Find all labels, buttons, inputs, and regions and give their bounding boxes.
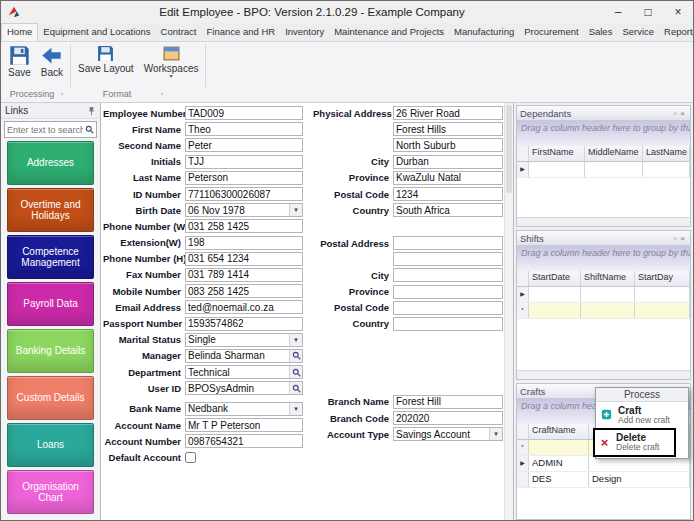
fax-number-input[interactable] <box>186 269 302 280</box>
chevron-down-icon[interactable]: ▾ <box>289 403 302 415</box>
save-button[interactable]: Save <box>3 43 36 80</box>
phone-number-h-input[interactable] <box>186 253 302 264</box>
menu-item-delete[interactable]: × Delete Delete craft <box>593 428 676 456</box>
panel-close-icon[interactable]: × <box>678 109 687 118</box>
account-type-input[interactable] <box>394 429 489 440</box>
grid-row[interactable]: DES Design <box>517 472 690 488</box>
lookup-search-icon[interactable] <box>289 382 302 394</box>
lookup-search-icon[interactable] <box>289 366 302 378</box>
link-addresses[interactable]: Addresses <box>7 141 94 185</box>
marital-status-input[interactable] <box>186 334 289 345</box>
second-name-field[interactable] <box>185 138 303 152</box>
new-item-row[interactable]: * <box>517 303 690 319</box>
physical-postal-code-field[interactable] <box>393 187 503 201</box>
branch-name-field[interactable] <box>393 395 503 409</box>
physical-city-input[interactable] <box>394 156 502 167</box>
chevron-down-icon[interactable]: ▾ <box>489 428 502 440</box>
employee-number-field[interactable] <box>185 106 303 120</box>
tab-finance-and-hr[interactable]: Finance and HR <box>201 24 280 41</box>
passport-number-input[interactable] <box>186 318 302 329</box>
shifts-grid-header[interactable]: StartDate ShiftName StartDay <box>517 271 690 287</box>
physical-country-input[interactable] <box>394 205 502 216</box>
id-number-field[interactable] <box>185 187 303 201</box>
passport-number-field[interactable] <box>185 317 303 331</box>
manager-field[interactable] <box>185 349 303 363</box>
fax-number-field[interactable] <box>185 268 303 282</box>
panel-options-icon[interactable]: ▫ <box>671 234 678 243</box>
pin-icon[interactable] <box>87 106 96 116</box>
email-address-input[interactable] <box>186 302 302 313</box>
links-search-input[interactable] <box>5 125 85 135</box>
close-button-icon[interactable]: × <box>663 1 693 23</box>
link-payroll-data[interactable]: Payroll Data <box>7 282 94 326</box>
user-id-input[interactable] <box>186 383 289 394</box>
account-number-field[interactable] <box>185 434 303 448</box>
postal-province-field[interactable] <box>393 285 503 299</box>
bank-name-input[interactable] <box>186 403 289 414</box>
initials-field[interactable] <box>185 155 303 169</box>
link-banking-details[interactable]: Banking Details <box>7 329 94 373</box>
minimize-button-icon[interactable]: – <box>603 1 633 23</box>
physical-address-line3-input[interactable] <box>394 140 502 151</box>
branch-name-input[interactable] <box>394 396 502 407</box>
link-overtime-and-holidays[interactable]: Overtime and Holidays <box>7 188 94 232</box>
column-header[interactable]: CraftName <box>529 424 589 439</box>
second-name-input[interactable] <box>186 140 302 151</box>
initials-input[interactable] <box>186 156 302 167</box>
tab-manufacturing[interactable]: Manufacturing <box>449 24 519 41</box>
tab-maintenance-and-projects[interactable]: Maintenance and Projects <box>329 24 449 41</box>
tab-procurement[interactable]: Procurement <box>519 24 583 41</box>
postal-country-field[interactable] <box>393 317 503 331</box>
column-header[interactable]: LastName <box>643 146 690 161</box>
postal-country-input[interactable] <box>394 318 502 329</box>
account-name-input[interactable] <box>186 420 302 431</box>
physical-address-line1-input[interactable] <box>394 108 502 119</box>
form-vertical-scrollbar[interactable] <box>504 103 513 521</box>
shifts-panel-header[interactable]: Shifts ▫ × <box>517 231 690 246</box>
last-name-field[interactable] <box>185 171 303 185</box>
id-number-input[interactable] <box>186 189 302 200</box>
extension-w-field[interactable] <box>185 236 303 250</box>
dependants-panel-header[interactable]: Dependants ▫ × <box>517 106 690 121</box>
postal-address-line2-input[interactable] <box>394 254 502 265</box>
links-search-box[interactable] <box>4 121 97 138</box>
branch-code-input[interactable] <box>394 413 502 424</box>
postal-address-line1-field[interactable] <box>393 236 503 250</box>
maximize-button-icon[interactable]: □ <box>633 1 663 23</box>
back-button[interactable]: Back <box>36 43 68 80</box>
department-input[interactable] <box>186 367 289 378</box>
tab-contract[interactable]: Contract <box>156 24 202 41</box>
grid-row[interactable]: ▶ <box>517 287 690 303</box>
link-custom-details[interactable]: Custom Details <box>7 376 94 420</box>
physical-city-field[interactable] <box>393 155 503 169</box>
postal-city-field[interactable] <box>393 268 503 282</box>
postal-address-line1-input[interactable] <box>394 238 502 249</box>
column-header[interactable]: StartDay <box>635 271 690 286</box>
tab-home[interactable]: Home <box>1 23 38 41</box>
physical-address-line1-field[interactable] <box>393 106 503 120</box>
horizontal-scrollbar[interactable] <box>517 370 690 379</box>
dependants-grid-header[interactable]: FirstName MiddleName LastName <box>517 146 690 162</box>
column-header[interactable]: MiddleName <box>585 146 643 161</box>
physical-country-field[interactable] <box>393 203 503 217</box>
column-header[interactable]: StartDate <box>529 271 581 286</box>
employee-number-input[interactable] <box>186 108 302 119</box>
physical-postal-code-input[interactable] <box>394 189 502 200</box>
horizontal-scrollbar[interactable] <box>517 217 690 226</box>
manager-input[interactable] <box>186 350 289 361</box>
postal-postal-code-input[interactable] <box>394 302 502 313</box>
email-address-field[interactable] <box>185 300 303 314</box>
tab-reporting[interactable]: Reporting <box>659 24 693 41</box>
scrollbar-thumb[interactable] <box>506 105 512 193</box>
physical-address-line2-input[interactable] <box>394 124 502 135</box>
postal-address-line2-field[interactable] <box>393 252 503 266</box>
mobile-number-input[interactable] <box>186 286 302 297</box>
postal-city-input[interactable] <box>394 270 502 281</box>
account-name-field[interactable] <box>185 418 303 432</box>
extension-w-input[interactable] <box>186 237 302 248</box>
chevron-down-icon[interactable]: ▾ <box>289 204 302 216</box>
physical-province-field[interactable] <box>393 171 503 185</box>
phone-number-h-field[interactable] <box>185 252 303 266</box>
department-field[interactable] <box>185 365 303 379</box>
account-number-input[interactable] <box>186 436 302 447</box>
